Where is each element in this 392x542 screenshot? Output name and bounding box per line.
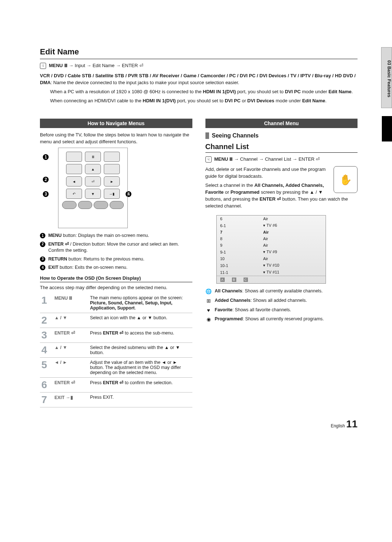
edit-name-breadcrumb: ☟ MENU Ⅲ → Input → Edit Name → ENTER ⏎ [40,63,358,69]
menu-label: MENU Ⅲ [214,156,233,162]
channel-list-panel: 6Air 6-1▾ TV #6 7Air 8Air 9Air 9-1▾ TV #… [216,215,326,284]
list-item: ♥Favorite: Shows all favorite channels. [205,307,358,314]
page-marker [382,116,392,141]
channel-menu-header: Channel Menu [205,119,358,128]
chapter-tab: 03 Basic Features [381,47,392,108]
menu-label: MENU Ⅲ [49,63,68,68]
remote-color-a [62,201,77,209]
remote-btn-enter: ⏎ [85,176,101,186]
button-legend-list: 1MENU button: Displays the main on-scree… [40,233,192,271]
table-row[interactable]: 6Air [217,215,326,222]
divider [40,59,358,59]
hand-icon: ☟ [205,156,212,163]
note-hdmi-dvi: When connecting an HDMI/DVI cable to the… [50,98,358,104]
table-row: 4 ▲ / ▼ Select the desired submenu with … [40,343,192,358]
table-row[interactable]: 10Air [217,255,326,262]
remote-btn-right: ► [104,176,120,186]
list-item: 1MENU button: Displays the main on-scree… [40,233,192,239]
table-row-selected[interactable]: 7Air [217,229,326,235]
channel-list-breadcrumb: ☟ MENU Ⅲ → Channel → Channel List → ENTE… [205,156,358,163]
remote-color-b [78,201,93,209]
remote-btn-menu: Ⅲ [85,152,101,162]
list-item: 🌐All Channels: Shows all currently avail… [205,288,358,295]
list-item: ⊞Added Channels: Shows all added channel… [205,297,358,305]
table-row[interactable]: 9Air [217,242,326,249]
device-list-text: VCR / DVD / Cable STB / Satellite STB / … [40,73,358,86]
color-a-icon: A [220,278,225,282]
added-icon: ⊞ [205,297,212,305]
remote-btn-left: ◄ [66,176,82,186]
remote-btn-blank3 [66,164,82,174]
navigate-menus-header: How to Navigate Menus [40,119,192,128]
list-item: 2ENTER ⏎ / Direction button: Move the cu… [40,241,192,254]
divider [205,152,358,153]
table-row: 6 ENTER ⏎ Press ENTER ⏎ to confirm the s… [40,378,192,393]
remote-color-c [94,201,108,209]
table-row: 1 MENU Ⅲ The main menu options appear on… [40,293,192,313]
color-c-icon: C [244,278,248,282]
osd-heading: How to Operate the OSD (On Screen Displa… [40,275,192,282]
osd-note: The access step may differ depending on … [40,284,192,291]
footer-lang: English [331,423,345,428]
remote-btn-blank4 [104,164,120,174]
remote-btn-blank [66,152,82,162]
edit-name-title: Edit Name [40,47,358,57]
navigate-intro: Before using the TV, follow the steps be… [40,132,192,145]
hand-icon: ☟ [40,63,46,69]
globe-icon: 🌐 [205,288,212,295]
list-item: 4EXIT button: Exits the on-screen menu. [40,264,192,271]
osd-steps-table: 1 MENU Ⅲ The main menu options appear on… [40,293,192,407]
list-item: 3RETURN button: Returns to the previous … [40,256,192,263]
programmed-icon: ◉ [205,316,212,323]
table-row[interactable]: 6-1▾ TV #6 [217,222,326,229]
seeing-channels-head: Seeing Channels [205,132,358,139]
remote-btn-return: ↶ [66,189,82,199]
note-dvi-pc: When a PC with a resolution of 1920 x 10… [50,89,358,95]
table-row: 7 EXIT →▮ Press EXIT. [40,393,192,407]
table-row: 2 ▲ / ▼ Select an icon with the ▲ or ▼ b… [40,313,192,328]
page-number: 11 [346,418,358,430]
table-row[interactable]: 9-1▾ TV #9 [217,249,326,255]
heart-icon: ♥ [205,307,212,314]
page-footer: English 11 [40,418,358,430]
channel-list-title: Channel List [205,143,358,151]
panel-footer: A B C [217,276,326,283]
table-row: 5 ◄ / ► Adjust the value of an item with… [40,358,192,378]
breadcrumb-path: → Channel → Channel List → ENTER ⏎ [234,156,320,162]
table-row: 3 ENTER ⏎ Press ENTER ⏎ to access the su… [40,328,192,343]
callout-3: 3 [43,191,49,197]
callout-2: 2 [43,177,49,182]
remote-btn-blank2 [104,152,120,162]
remote-btn-down: ▼ [85,189,101,199]
remote-hand-icon: ✋ [334,166,358,193]
table-row[interactable]: 11-1▾ TV #11 [217,269,326,276]
color-b-icon: B [232,278,236,282]
channel-legend-list: 🌐All Channels: Shows all currently avail… [205,288,358,323]
table-row[interactable]: 8Air [217,235,326,242]
callout-1: 1 [43,154,49,160]
remote-btn-exit: →▮ [104,189,120,199]
remote-color-d [110,201,124,209]
breadcrumb-path: → Input → Edit Name → ENTER ⏎ [69,63,143,68]
list-item: ◉Programmed: Shows all currently reserve… [205,316,358,323]
remote-diagram: Ⅲ ▲ ◄ ⏎ ► ↶ ▼ [58,148,128,228]
table-row[interactable]: 10-1▾ TV #10 [217,262,326,269]
remote-btn-up: ▲ [85,164,101,174]
